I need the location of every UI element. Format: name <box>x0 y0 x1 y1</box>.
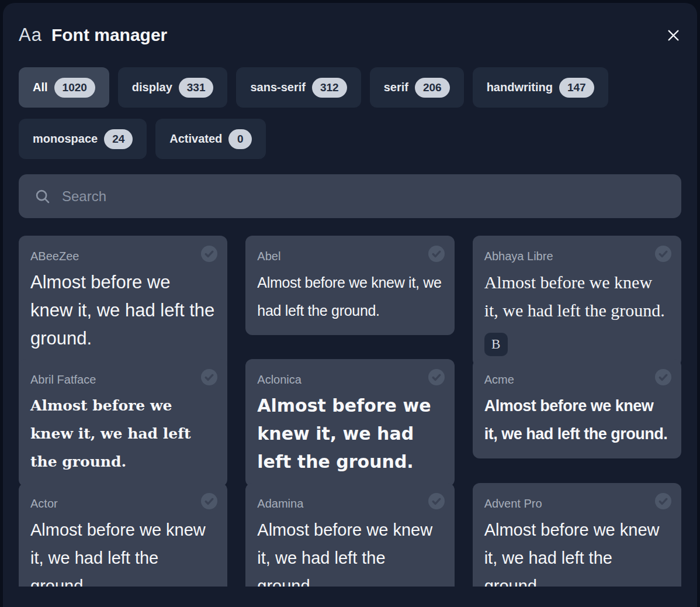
filter-chip-all[interactable]: All 1020 <box>19 67 109 108</box>
font-sample-text: Almost before we knew it, we had left th… <box>30 268 216 353</box>
activate-check-button[interactable] <box>654 245 672 263</box>
font-sample-text: Almost before we knew it, we had left th… <box>484 516 670 587</box>
filter-chip-label: monospace <box>33 132 98 146</box>
activate-check-button[interactable] <box>428 368 445 386</box>
font-card-abril-fatface[interactable]: Abril Fatface Almost before we knew it, … <box>19 359 227 487</box>
filter-chip-serif[interactable]: serif 206 <box>370 67 464 108</box>
bold-badge: B <box>484 333 508 356</box>
filter-chip-label: display <box>132 81 172 94</box>
activate-check-button[interactable] <box>428 492 445 510</box>
filter-chips: All 1020 display 331 sans-serif 312 seri… <box>19 67 681 159</box>
check-circle-icon <box>428 492 445 510</box>
check-circle-icon <box>654 492 672 510</box>
font-name: Abril Fatface <box>30 372 216 387</box>
check-circle-icon <box>654 368 672 386</box>
font-sample-text: Almost before we knew it, we had left th… <box>484 268 670 325</box>
font-card-abel[interactable]: Abel Almost before we knew it, we had le… <box>245 236 454 335</box>
font-name: Abel <box>257 249 442 264</box>
filter-chip-count: 331 <box>179 78 214 98</box>
search-bar <box>19 174 681 218</box>
style-badges: B <box>484 333 670 356</box>
font-card-actor[interactable]: Actor Almost before we knew it, we had l… <box>19 483 227 587</box>
font-name: Advent Pro <box>484 496 670 511</box>
font-grid: ABeeZee Almost before we knew it, we had… <box>19 236 681 587</box>
filter-chip-label: serif <box>384 81 408 94</box>
font-sample-text: Almost before we knew it, we had left th… <box>30 392 216 476</box>
check-circle-icon <box>428 245 445 263</box>
font-name: ABeeZee <box>30 249 216 264</box>
activate-check-button[interactable] <box>200 245 218 263</box>
filter-chip-monospace[interactable]: monospace 24 <box>19 119 147 159</box>
font-name: Acme <box>484 372 670 387</box>
font-card-abhaya-libre[interactable]: Abhaya Libre Almost before we knew it, w… <box>473 236 681 367</box>
filter-chip-count: 147 <box>559 78 594 98</box>
font-sample-text: Almost before we knew it, we had left th… <box>257 268 442 325</box>
font-name: Aclonica <box>257 372 442 387</box>
search-input[interactable] <box>62 188 666 205</box>
font-card-advent-pro[interactable]: Advent Pro Almost before we knew it, we … <box>473 483 681 587</box>
font-name: Abhaya Libre <box>484 249 670 264</box>
font-sample-text: Almost before we knew it, we had left th… <box>257 516 442 587</box>
check-circle-icon <box>654 245 672 263</box>
filter-chip-label: handwriting <box>487 81 553 94</box>
activate-check-button[interactable] <box>200 368 218 386</box>
close-icon <box>666 27 681 43</box>
filter-chip-sans-serif[interactable]: sans-serif 312 <box>236 67 361 108</box>
activate-check-button[interactable] <box>654 368 672 386</box>
filter-chip-label: sans-serif <box>250 81 306 94</box>
font-card-adamina[interactable]: Adamina Almost before we knew it, we had… <box>245 483 454 587</box>
check-circle-icon <box>428 368 445 386</box>
font-name: Actor <box>30 496 216 511</box>
filter-chip-activated[interactable]: Activated 0 <box>155 119 266 159</box>
check-circle-icon <box>200 492 218 510</box>
font-card-acme[interactable]: Acme Almost before we knew it, we had le… <box>473 359 681 458</box>
font-manager-dialog: Aa Font manager All 1020 display 331 san… <box>3 3 697 607</box>
font-manager-icon: Aa <box>19 25 42 46</box>
filter-chip-label: Activated <box>169 132 222 146</box>
close-button[interactable] <box>663 25 684 46</box>
filter-chip-count: 1020 <box>54 78 95 98</box>
filter-chip-count: 24 <box>104 129 133 149</box>
font-name: Adamina <box>257 496 442 511</box>
filter-chip-display[interactable]: display 331 <box>118 67 228 108</box>
filter-chip-count: 0 <box>228 129 252 149</box>
font-sample-text: Almost before we knew it, we had left th… <box>257 392 442 476</box>
activate-check-button[interactable] <box>654 492 672 510</box>
activate-check-button[interactable] <box>428 245 445 263</box>
filter-chip-count: 312 <box>312 78 347 98</box>
font-sample-text: Almost before we knew it, we had left th… <box>484 392 670 448</box>
search-icon <box>34 188 51 205</box>
font-card-aclonica[interactable]: Aclonica Almost before we knew it, we ha… <box>245 359 454 487</box>
filter-chip-label: All <box>33 81 48 94</box>
dialog-header: Aa Font manager <box>19 3 681 49</box>
dialog-title: Font manager <box>51 25 663 45</box>
font-sample-text: Almost before we knew it, we had left th… <box>30 516 216 587</box>
filter-chip-count: 206 <box>415 78 450 98</box>
check-circle-icon <box>200 245 218 263</box>
activate-check-button[interactable] <box>200 492 218 510</box>
check-circle-icon <box>200 368 218 386</box>
filter-chip-handwriting[interactable]: handwriting 147 <box>473 67 608 108</box>
